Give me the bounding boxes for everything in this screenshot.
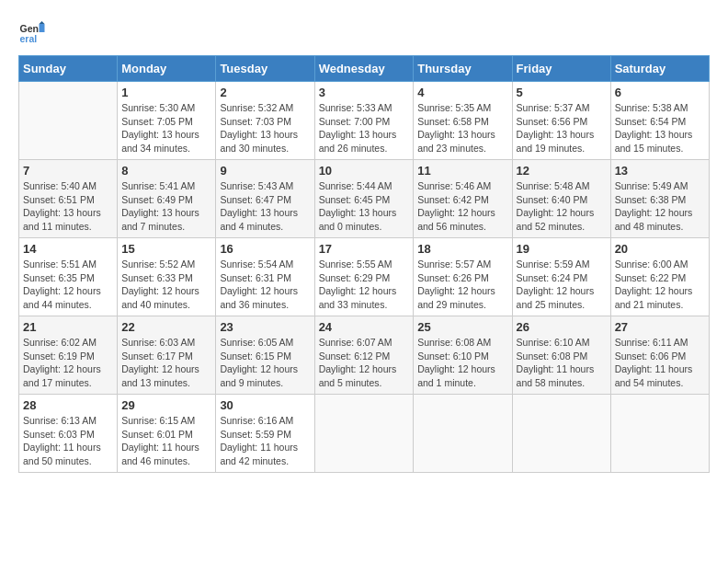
calendar-cell: 2 Sunrise: 5:32 AM Sunset: 7:03 PM Dayli…	[216, 82, 314, 160]
calendar-cell: 18 Sunrise: 5:57 AM Sunset: 6:26 PM Dayl…	[414, 238, 512, 316]
calendar-week-row: 28 Sunrise: 6:13 AM Sunset: 6:03 PM Dayl…	[19, 395, 710, 473]
day-info: Sunrise: 5:33 AM Sunset: 7:00 PM Dayligh…	[319, 101, 410, 155]
day-info: Sunrise: 5:37 AM Sunset: 6:56 PM Dayligh…	[517, 101, 607, 155]
calendar-cell	[414, 395, 512, 473]
day-info: Sunrise: 6:08 AM Sunset: 6:10 PM Dayligh…	[417, 336, 507, 390]
page-header: Gen eral	[18, 18, 710, 46]
day-number: 9	[220, 164, 310, 178]
weekday-header-monday: Monday	[118, 56, 216, 82]
weekday-header-wednesday: Wednesday	[314, 56, 414, 82]
day-info: Sunrise: 5:59 AM Sunset: 6:24 PM Dayligh…	[517, 258, 607, 312]
calendar-cell: 12 Sunrise: 5:48 AM Sunset: 6:40 PM Dayl…	[512, 160, 610, 238]
day-info: Sunrise: 6:05 AM Sunset: 6:15 PM Dayligh…	[220, 336, 310, 390]
calendar-cell	[610, 395, 709, 473]
day-number: 17	[319, 242, 410, 256]
day-number: 2	[220, 86, 310, 99]
day-number: 4	[417, 86, 507, 99]
calendar-cell	[512, 395, 610, 473]
calendar-cell: 25 Sunrise: 6:08 AM Sunset: 6:10 PM Dayl…	[414, 316, 512, 395]
weekday-header-sunday: Sunday	[19, 56, 118, 82]
day-info: Sunrise: 5:44 AM Sunset: 6:45 PM Dayligh…	[319, 179, 410, 234]
day-number: 13	[615, 164, 705, 178]
day-info: Sunrise: 6:10 AM Sunset: 6:08 PM Dayligh…	[517, 336, 607, 390]
calendar-cell: 22 Sunrise: 6:03 AM Sunset: 6:17 PM Dayl…	[118, 316, 216, 395]
day-number: 11	[417, 164, 507, 178]
calendar-cell: 29 Sunrise: 6:15 AM Sunset: 6:01 PM Dayl…	[118, 395, 216, 473]
weekday-header-friday: Friday	[512, 56, 610, 82]
day-info: Sunrise: 5:38 AM Sunset: 6:54 PM Dayligh…	[615, 101, 705, 155]
day-info: Sunrise: 6:11 AM Sunset: 6:06 PM Dayligh…	[615, 336, 705, 390]
calendar-cell: 21 Sunrise: 6:02 AM Sunset: 6:19 PM Dayl…	[19, 316, 118, 395]
logo: Gen eral	[18, 18, 50, 46]
day-info: Sunrise: 5:55 AM Sunset: 6:29 PM Dayligh…	[319, 258, 410, 312]
day-info: Sunrise: 5:49 AM Sunset: 6:38 PM Dayligh…	[615, 179, 705, 234]
day-info: Sunrise: 5:43 AM Sunset: 6:47 PM Dayligh…	[220, 179, 310, 234]
svg-marker-2	[40, 24, 45, 32]
day-number: 25	[417, 320, 507, 334]
day-info: Sunrise: 6:15 AM Sunset: 6:01 PM Dayligh…	[121, 414, 211, 468]
day-number: 19	[517, 242, 607, 256]
day-info: Sunrise: 5:52 AM Sunset: 6:33 PM Dayligh…	[121, 258, 211, 312]
calendar-cell: 9 Sunrise: 5:43 AM Sunset: 6:47 PM Dayli…	[216, 160, 314, 238]
calendar-cell: 20 Sunrise: 6:00 AM Sunset: 6:22 PM Dayl…	[610, 238, 709, 316]
calendar-cell	[314, 395, 414, 473]
day-info: Sunrise: 6:03 AM Sunset: 6:17 PM Dayligh…	[121, 336, 211, 390]
calendar-cell: 8 Sunrise: 5:41 AM Sunset: 6:49 PM Dayli…	[118, 160, 216, 238]
day-number: 24	[319, 320, 410, 334]
day-number: 26	[517, 320, 607, 334]
weekday-header-saturday: Saturday	[610, 56, 709, 82]
calendar-cell: 11 Sunrise: 5:46 AM Sunset: 6:42 PM Dayl…	[414, 160, 512, 238]
calendar-week-row: 14 Sunrise: 5:51 AM Sunset: 6:35 PM Dayl…	[19, 238, 710, 316]
calendar-cell: 7 Sunrise: 5:40 AM Sunset: 6:51 PM Dayli…	[19, 160, 118, 238]
calendar-cell: 14 Sunrise: 5:51 AM Sunset: 6:35 PM Dayl…	[19, 238, 118, 316]
calendar-cell: 23 Sunrise: 6:05 AM Sunset: 6:15 PM Dayl…	[216, 316, 314, 395]
calendar-cell: 10 Sunrise: 5:44 AM Sunset: 6:45 PM Dayl…	[314, 160, 414, 238]
day-number: 23	[220, 320, 310, 334]
calendar-cell: 15 Sunrise: 5:52 AM Sunset: 6:33 PM Dayl…	[118, 238, 216, 316]
logo-icon: Gen eral	[18, 18, 46, 46]
day-number: 6	[615, 86, 705, 99]
calendar-cell: 28 Sunrise: 6:13 AM Sunset: 6:03 PM Dayl…	[19, 395, 118, 473]
calendar-cell: 4 Sunrise: 5:35 AM Sunset: 6:58 PM Dayli…	[414, 82, 512, 160]
calendar-cell: 1 Sunrise: 5:30 AM Sunset: 7:05 PM Dayli…	[118, 82, 216, 160]
day-number: 16	[220, 242, 310, 256]
day-info: Sunrise: 5:46 AM Sunset: 6:42 PM Dayligh…	[417, 179, 507, 234]
day-info: Sunrise: 5:41 AM Sunset: 6:49 PM Dayligh…	[121, 179, 211, 234]
calendar-week-row: 7 Sunrise: 5:40 AM Sunset: 6:51 PM Dayli…	[19, 160, 710, 238]
day-number: 10	[319, 164, 410, 178]
day-number: 30	[220, 398, 310, 412]
day-number: 5	[517, 86, 607, 99]
calendar-cell: 6 Sunrise: 5:38 AM Sunset: 6:54 PM Dayli…	[610, 82, 709, 160]
day-number: 15	[121, 242, 211, 256]
day-number: 28	[23, 398, 113, 412]
day-info: Sunrise: 6:16 AM Sunset: 5:59 PM Dayligh…	[220, 414, 310, 468]
calendar-cell: 3 Sunrise: 5:33 AM Sunset: 7:00 PM Dayli…	[314, 82, 414, 160]
day-info: Sunrise: 5:35 AM Sunset: 6:58 PM Dayligh…	[417, 101, 507, 155]
calendar-header-row: SundayMondayTuesdayWednesdayThursdayFrid…	[19, 56, 710, 82]
calendar-cell: 24 Sunrise: 6:07 AM Sunset: 6:12 PM Dayl…	[314, 316, 414, 395]
calendar-cell: 13 Sunrise: 5:49 AM Sunset: 6:38 PM Dayl…	[610, 160, 709, 238]
day-number: 7	[23, 164, 113, 178]
day-info: Sunrise: 5:40 AM Sunset: 6:51 PM Dayligh…	[23, 179, 113, 234]
day-number: 12	[517, 164, 607, 178]
day-info: Sunrise: 5:30 AM Sunset: 7:05 PM Dayligh…	[121, 101, 211, 155]
day-info: Sunrise: 6:13 AM Sunset: 6:03 PM Dayligh…	[23, 414, 113, 468]
day-info: Sunrise: 5:48 AM Sunset: 6:40 PM Dayligh…	[517, 179, 607, 234]
weekday-header-tuesday: Tuesday	[216, 56, 314, 82]
day-info: Sunrise: 5:51 AM Sunset: 6:35 PM Dayligh…	[23, 258, 113, 312]
calendar-cell: 27 Sunrise: 6:11 AM Sunset: 6:06 PM Dayl…	[610, 316, 709, 395]
svg-marker-3	[40, 21, 45, 24]
calendar-week-row: 21 Sunrise: 6:02 AM Sunset: 6:19 PM Dayl…	[19, 316, 710, 395]
day-info: Sunrise: 6:07 AM Sunset: 6:12 PM Dayligh…	[319, 336, 410, 390]
day-info: Sunrise: 5:54 AM Sunset: 6:31 PM Dayligh…	[220, 258, 310, 312]
day-number: 8	[121, 164, 211, 178]
day-number: 1	[121, 86, 211, 99]
calendar-cell: 26 Sunrise: 6:10 AM Sunset: 6:08 PM Dayl…	[512, 316, 610, 395]
calendar-cell: 5 Sunrise: 5:37 AM Sunset: 6:56 PM Dayli…	[512, 82, 610, 160]
calendar-cell: 16 Sunrise: 5:54 AM Sunset: 6:31 PM Dayl…	[216, 238, 314, 316]
day-number: 22	[121, 320, 211, 334]
calendar-cell	[19, 82, 118, 160]
day-info: Sunrise: 5:57 AM Sunset: 6:26 PM Dayligh…	[417, 258, 507, 312]
svg-text:eral: eral	[20, 33, 38, 44]
day-number: 21	[23, 320, 113, 334]
